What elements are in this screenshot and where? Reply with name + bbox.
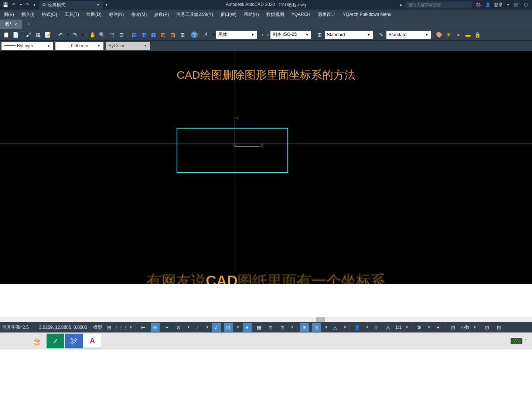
menu-insert[interactable]: 插入(I) (20, 11, 36, 18)
zoomext-icon[interactable]: ⊡ (117, 30, 126, 39)
anno1-icon[interactable]: ⊞ (300, 323, 309, 332)
layer1-icon[interactable]: ▤ (130, 30, 139, 39)
menu-help[interactable]: 帮助(H) (242, 11, 260, 18)
iso-icon[interactable]: ⟋ (193, 323, 202, 332)
yellow-icon[interactable]: ▬ (464, 30, 473, 39)
cart-icon[interactable]: 🛒 (513, 1, 519, 8)
menu-modify[interactable]: 修改(M) (130, 11, 148, 18)
text-icon[interactable]: A (202, 30, 211, 39)
help-icon[interactable]: ? (191, 31, 198, 38)
annoscale-icon[interactable]: 人 (383, 323, 392, 332)
tablestyle-icon[interactable]: ✎ (377, 30, 386, 39)
qat-dropdown[interactable]: ▼ (105, 3, 108, 7)
cycle-icon[interactable]: ⊡ (266, 323, 275, 332)
tablestyle-selector[interactable]: Standard ▼ (386, 31, 431, 39)
new-tab-button[interactable]: + (23, 19, 34, 29)
anno3-icon[interactable]: △ (331, 323, 340, 332)
orange-icon[interactable]: ● (454, 30, 463, 39)
sun-icon[interactable]: ☀ (444, 30, 453, 39)
3dosnap-icon[interactable]: ⊡ (278, 323, 287, 332)
props-icon[interactable]: 📝 (43, 30, 52, 39)
workspace-icon[interactable]: 👤 (353, 323, 362, 332)
save-icon[interactable]: 💾 (2, 1, 9, 8)
menu-parametric[interactable]: 参数(P) (153, 11, 170, 18)
osnap2-icon[interactable]: ⊡ (224, 323, 233, 332)
layer-combo[interactable]: ByLayer ▼ (1, 42, 53, 50)
lweight-icon[interactable]: ≡ (243, 323, 252, 332)
coordinates[interactable]: 3.0269, 12.8866, 0.0000 (39, 325, 87, 330)
infocenter-arrow[interactable]: ▸ (400, 2, 402, 7)
match-icon[interactable]: 🖌 (24, 30, 33, 39)
infer-icon[interactable]: ⊢ (139, 323, 148, 332)
dimstyle-selector[interactable]: 副本 ISO-25 ▼ (270, 31, 311, 39)
expand-icon[interactable]: ⌃ (524, 338, 528, 344)
menu-yqarch-pulldown[interactable]: YQArch Pull-down Menu (341, 11, 393, 18)
exchange-icon[interactable]: 👭 (475, 1, 481, 8)
block-icon[interactable]: ▦ (34, 30, 42, 39)
menu-tools[interactable]: 工具(T) (63, 11, 81, 18)
font-selector[interactable]: 黑体 ▼ (216, 31, 257, 39)
dim-icon[interactable]: ⟷ (261, 30, 270, 39)
palette-icon[interactable]: 🎨 (435, 30, 444, 39)
menu-yqarch[interactable]: YQARCH (290, 11, 312, 18)
taskbar-autocad[interactable]: A (83, 334, 101, 348)
snap-icon[interactable]: ⋮⋮⋮ (117, 323, 126, 332)
drawing-canvas[interactable]: CAD绘图删除图形里面坐标系的方法 Y X 有网友说CAD图纸里面有一个坐标系 (0, 51, 532, 284)
layer2-icon[interactable]: ▥ (140, 30, 149, 39)
menu-dimension[interactable]: 标注(N) (108, 11, 126, 18)
zoom-value[interactable]: 65% (511, 338, 522, 344)
menu-view[interactable]: 图(V) (2, 11, 16, 18)
redo2-icon[interactable]: ↷ (71, 30, 79, 39)
menu-window[interactable]: 窗口(W) (219, 11, 238, 18)
scrollbar-thumb[interactable] (316, 317, 325, 322)
annomon-icon[interactable]: ⚲ (372, 323, 381, 332)
layer3-icon[interactable]: ▦ (149, 30, 158, 39)
menu-draw[interactable]: 绘图(D) (85, 11, 103, 18)
polar-icon[interactable]: ⊙ (174, 323, 183, 332)
menu-yuanquan[interactable]: 源泉设计 (316, 11, 337, 18)
taskbar-app2[interactable]: ✓ (47, 334, 64, 348)
zoom-icon[interactable]: 🔍 (98, 30, 107, 39)
lineweight-combo[interactable]: 0.00 mm ▼ (55, 42, 103, 50)
paste-icon[interactable]: 📄 (11, 30, 20, 39)
ortho-icon[interactable]: ⌐ (163, 323, 171, 332)
plus-icon[interactable]: + (434, 323, 443, 332)
lock-icon[interactable]: 🔒 (473, 30, 482, 39)
user-icon[interactable]: 👤 (484, 1, 491, 8)
osnap-icon[interactable]: ∠ (212, 323, 221, 332)
copy-icon[interactable]: 📋 (1, 30, 10, 39)
layer4-icon[interactable]: ▧ (159, 30, 168, 39)
taskbar-app3[interactable]: 🕊 (65, 334, 83, 348)
anno2-icon[interactable]: ⊡ (312, 323, 321, 332)
textstyle-selector[interactable]: Standard ▼ (325, 31, 373, 39)
transp-icon[interactable]: ▦ (255, 323, 263, 332)
color-combo[interactable]: ByColor ▼ (106, 42, 150, 50)
grid-icon[interactable]: ⊞ (105, 323, 114, 332)
table-icon[interactable]: ⊞ (178, 30, 187, 39)
zoomwin-icon[interactable]: ⬚ (108, 30, 116, 39)
model-button[interactable]: 模型 (93, 324, 102, 331)
menu-dataview[interactable]: 数据视图 (265, 11, 286, 18)
scale-value[interactable]: 1:1 (395, 325, 402, 330)
redo-icon[interactable]: ↷ (24, 1, 31, 8)
login-button[interactable]: 登录 (494, 2, 503, 8)
close-icon[interactable]: × (14, 22, 17, 27)
undo2-icon[interactable]: ↶ (56, 30, 65, 39)
undo-dropdown[interactable]: ▼ (19, 3, 23, 7)
gear-icon[interactable]: ⚙ (415, 323, 424, 332)
units-value[interactable]: 小数 (461, 324, 470, 331)
menu-format[interactable]: 格式(O) (40, 11, 58, 18)
redo-dropdown[interactable]: ▼ (33, 3, 36, 7)
layer5-icon[interactable]: ▨ (168, 30, 177, 39)
workspace-selector[interactable]: ⚙ 经典模式 ▼ (39, 1, 103, 9)
search-input[interactable]: 键入关键字或短语 (405, 1, 472, 8)
snap-dropdown[interactable]: ▼ (129, 325, 133, 329)
document-tab[interactable]: 程* × (0, 20, 22, 29)
units-icon[interactable]: ⊡ (449, 323, 458, 332)
textstyle-icon[interactable]: ⊞ (315, 30, 324, 39)
undo-icon[interactable]: ↶ (10, 1, 17, 8)
custom-icon[interactable]: ⊡ (495, 323, 504, 332)
quickprops-icon[interactable]: ⊡ (483, 323, 492, 332)
dynamic-icon[interactable]: ⊕ (151, 323, 160, 332)
taskbar-app1[interactable]: 🎂 (28, 334, 46, 348)
